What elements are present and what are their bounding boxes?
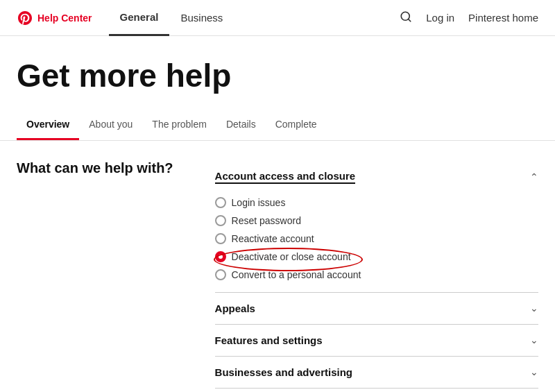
accordion-businesses-advertising-title: Businesses and advertising <box>215 366 352 378</box>
chevron-up-icon: ⌃ <box>530 171 538 182</box>
chevron-down-icon-businesses: ⌄ <box>530 366 538 377</box>
main-content: What can we help with? Account access an… <box>0 141 555 392</box>
accordion-appeals: Appeals ⌄ <box>215 293 538 325</box>
right-panel: Account access and closure ⌃ Login issue… <box>215 160 538 389</box>
hero-section: Get more help <box>0 36 555 105</box>
nav-right: Log in Pinterest home <box>400 10 538 25</box>
radio-login-issues <box>215 197 226 208</box>
nav-general[interactable]: General <box>109 0 170 36</box>
pinterest-home-link[interactable]: Pinterest home <box>468 12 538 24</box>
tab-details[interactable]: Details <box>216 110 266 140</box>
logo-link[interactable]: Help Center <box>17 10 92 26</box>
option-convert-personal[interactable]: Convert to a personal account <box>215 266 538 284</box>
accordion-account-access: Account access and closure ⌃ Login issue… <box>215 160 538 293</box>
radio-deactivate-account <box>215 251 226 262</box>
section-question: What can we help with? <box>17 160 173 176</box>
option-deactivate-account[interactable]: Deactivate or close account <box>215 248 538 266</box>
nav-links: General Business <box>109 0 400 36</box>
accordion-account-access-title: Account access and closure <box>215 170 356 184</box>
accordion-businesses-advertising: Businesses and advertising ⌄ <box>215 357 538 389</box>
pinterest-logo-icon <box>17 10 33 26</box>
tab-about-you[interactable]: About you <box>79 110 142 140</box>
radio-reset-password <box>215 215 226 226</box>
accordion-features-settings: Features and settings ⌄ <box>215 325 538 357</box>
accordion-appeals-title: Appeals <box>215 302 255 314</box>
tab-complete[interactable]: Complete <box>266 110 327 140</box>
chevron-down-icon-features: ⌄ <box>530 334 538 346</box>
accordion-businesses-advertising-header[interactable]: Businesses and advertising ⌄ <box>215 357 538 388</box>
radio-convert-personal <box>215 269 226 280</box>
login-link[interactable]: Log in <box>426 12 454 24</box>
accordion-account-access-body: Login issues Reset password Reactivate a… <box>215 194 538 292</box>
search-icon[interactable] <box>400 10 412 25</box>
chevron-down-icon-appeals: ⌄ <box>530 302 538 314</box>
left-panel: What can we help with? <box>17 160 173 389</box>
accordion-account-access-header[interactable]: Account access and closure ⌃ <box>215 160 538 194</box>
accordion-appeals-header[interactable]: Appeals ⌄ <box>215 293 538 324</box>
svg-line-1 <box>409 19 411 21</box>
accordion-features-settings-header[interactable]: Features and settings ⌄ <box>215 325 538 356</box>
page-title: Get more help <box>17 58 538 94</box>
option-login-issues[interactable]: Login issues <box>215 194 538 212</box>
radio-reactivate-account <box>215 233 226 244</box>
tab-overview[interactable]: Overview <box>17 110 79 140</box>
logo-text: Help Center <box>37 12 92 24</box>
nav-business[interactable]: Business <box>169 0 234 36</box>
tab-the-problem[interactable]: The problem <box>142 110 216 140</box>
nav-bar: Help Center General Business Log in Pint… <box>0 0 555 36</box>
tabs-bar: Overview About you The problem Details C… <box>0 110 555 141</box>
option-reset-password[interactable]: Reset password <box>215 212 538 230</box>
accordion-features-settings-title: Features and settings <box>215 334 323 346</box>
option-reactivate-account[interactable]: Reactivate account <box>215 230 538 248</box>
